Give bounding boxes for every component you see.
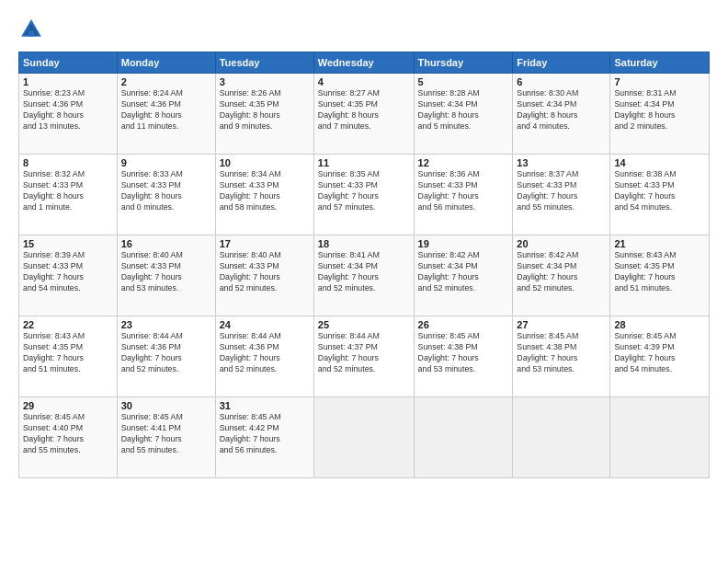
day-num: 4 <box>318 76 410 87</box>
day-info: Sunrise: 8:36 AMSunset: 4:33 PMDaylight:… <box>418 169 509 213</box>
day-info: Sunrise: 8:40 AMSunset: 4:33 PMDaylight:… <box>220 250 310 294</box>
day-num: 5 <box>418 76 509 87</box>
calendar-day-3: 3Sunrise: 8:26 AMSunset: 4:35 PMDaylight… <box>215 74 313 155</box>
calendar-week-1: 1Sunrise: 8:23 AMSunset: 4:36 PMDaylight… <box>19 74 710 155</box>
day-num: 26 <box>418 319 509 330</box>
calendar-day-26: 26Sunrise: 8:45 AMSunset: 4:38 PMDayligh… <box>414 316 513 397</box>
day-info: Sunrise: 8:45 AMSunset: 4:40 PMDaylight:… <box>23 412 113 456</box>
day-num: 17 <box>220 238 310 249</box>
calendar-day-14: 14Sunrise: 8:38 AMSunset: 4:33 PMDayligh… <box>610 155 710 236</box>
day-info: Sunrise: 8:45 AMSunset: 4:41 PMDaylight:… <box>121 412 211 456</box>
calendar-header-tuesday: Tuesday <box>215 52 313 74</box>
day-info: Sunrise: 8:45 AMSunset: 4:42 PMDaylight:… <box>220 412 310 456</box>
day-info: Sunrise: 8:34 AMSunset: 4:33 PMDaylight:… <box>220 169 310 213</box>
day-num: 1 <box>23 76 113 87</box>
day-info: Sunrise: 8:44 AMSunset: 4:37 PMDaylight:… <box>318 331 410 375</box>
calendar-day-11: 11Sunrise: 8:35 AMSunset: 4:33 PMDayligh… <box>313 155 414 236</box>
calendar-header-sunday: Sunday <box>19 52 118 74</box>
calendar-day-6: 6Sunrise: 8:30 AMSunset: 4:34 PMDaylight… <box>513 74 610 155</box>
header <box>18 17 710 42</box>
calendar-table: SundayMondayTuesdayWednesdayThursdayFrid… <box>18 52 710 478</box>
calendar-week-5: 29Sunrise: 8:45 AMSunset: 4:40 PMDayligh… <box>19 397 710 478</box>
svg-rect-2 <box>28 31 34 37</box>
day-info: Sunrise: 8:28 AMSunset: 4:34 PMDaylight:… <box>418 88 509 132</box>
calendar-day-19: 19Sunrise: 8:42 AMSunset: 4:34 PMDayligh… <box>414 236 513 316</box>
day-num: 18 <box>318 238 410 249</box>
day-info: Sunrise: 8:41 AMSunset: 4:34 PMDaylight:… <box>318 250 410 294</box>
day-info: Sunrise: 8:38 AMSunset: 4:33 PMDaylight:… <box>614 169 705 213</box>
day-info: Sunrise: 8:44 AMSunset: 4:36 PMDaylight:… <box>121 331 211 375</box>
day-num: 28 <box>614 319 705 330</box>
calendar-day-9: 9Sunrise: 8:33 AMSunset: 4:33 PMDaylight… <box>117 155 215 236</box>
day-num: 13 <box>517 157 606 168</box>
day-num: 27 <box>517 319 606 330</box>
day-num: 31 <box>220 400 310 411</box>
calendar-day-empty <box>513 397 610 478</box>
day-info: Sunrise: 8:26 AMSunset: 4:35 PMDaylight:… <box>220 88 310 132</box>
day-num: 6 <box>517 76 606 87</box>
day-num: 2 <box>121 76 211 87</box>
day-num: 10 <box>220 157 310 168</box>
day-num: 22 <box>23 319 113 330</box>
day-info: Sunrise: 8:24 AMSunset: 4:36 PMDaylight:… <box>121 88 211 132</box>
day-num: 15 <box>23 238 113 249</box>
calendar-day-15: 15Sunrise: 8:39 AMSunset: 4:33 PMDayligh… <box>19 236 118 316</box>
calendar-day-17: 17Sunrise: 8:40 AMSunset: 4:33 PMDayligh… <box>215 236 313 316</box>
calendar-day-27: 27Sunrise: 8:45 AMSunset: 4:38 PMDayligh… <box>513 316 610 397</box>
day-info: Sunrise: 8:43 AMSunset: 4:35 PMDaylight:… <box>614 250 705 294</box>
day-num: 20 <box>517 238 606 249</box>
day-num: 24 <box>220 319 310 330</box>
day-info: Sunrise: 8:37 AMSunset: 4:33 PMDaylight:… <box>517 169 606 213</box>
calendar-week-2: 8Sunrise: 8:32 AMSunset: 4:33 PMDaylight… <box>19 155 710 236</box>
calendar-day-2: 2Sunrise: 8:24 AMSunset: 4:36 PMDaylight… <box>117 74 215 155</box>
calendar-header-monday: Monday <box>117 52 215 74</box>
day-num: 19 <box>418 238 509 249</box>
calendar-day-10: 10Sunrise: 8:34 AMSunset: 4:33 PMDayligh… <box>215 155 313 236</box>
day-num: 14 <box>614 157 705 168</box>
calendar-day-29: 29Sunrise: 8:45 AMSunset: 4:40 PMDayligh… <box>19 397 118 478</box>
day-info: Sunrise: 8:32 AMSunset: 4:33 PMDaylight:… <box>23 169 113 213</box>
logo <box>18 17 48 42</box>
day-num: 16 <box>121 238 211 249</box>
calendar-day-empty <box>414 397 513 478</box>
day-info: Sunrise: 8:42 AMSunset: 4:34 PMDaylight:… <box>418 250 509 294</box>
day-info: Sunrise: 8:23 AMSunset: 4:36 PMDaylight:… <box>23 88 113 132</box>
calendar-header-wednesday: Wednesday <box>313 52 414 74</box>
calendar-day-20: 20Sunrise: 8:42 AMSunset: 4:34 PMDayligh… <box>513 236 610 316</box>
day-num: 21 <box>614 238 705 249</box>
day-info: Sunrise: 8:45 AMSunset: 4:38 PMDaylight:… <box>517 331 606 375</box>
calendar-header-saturday: Saturday <box>610 52 710 74</box>
calendar-day-21: 21Sunrise: 8:43 AMSunset: 4:35 PMDayligh… <box>610 236 710 316</box>
calendar-day-23: 23Sunrise: 8:44 AMSunset: 4:36 PMDayligh… <box>117 316 215 397</box>
day-num: 11 <box>318 157 410 168</box>
calendar-day-7: 7Sunrise: 8:31 AMSunset: 4:34 PMDaylight… <box>610 74 710 155</box>
day-num: 3 <box>220 76 310 87</box>
day-info: Sunrise: 8:30 AMSunset: 4:34 PMDaylight:… <box>517 88 606 132</box>
calendar-day-empty <box>610 397 710 478</box>
calendar-day-4: 4Sunrise: 8:27 AMSunset: 4:35 PMDaylight… <box>313 74 414 155</box>
calendar-header-thursday: Thursday <box>414 52 513 74</box>
day-num: 8 <box>23 157 113 168</box>
calendar-day-8: 8Sunrise: 8:32 AMSunset: 4:33 PMDaylight… <box>19 155 118 236</box>
day-info: Sunrise: 8:45 AMSunset: 4:39 PMDaylight:… <box>614 331 705 375</box>
calendar-day-empty <box>313 397 414 478</box>
page: SundayMondayTuesdayWednesdayThursdayFrid… <box>0 0 728 563</box>
day-num: 7 <box>614 76 705 87</box>
calendar-day-22: 22Sunrise: 8:43 AMSunset: 4:35 PMDayligh… <box>19 316 118 397</box>
day-info: Sunrise: 8:44 AMSunset: 4:36 PMDaylight:… <box>220 331 310 375</box>
day-info: Sunrise: 8:27 AMSunset: 4:35 PMDaylight:… <box>318 88 410 132</box>
calendar-day-13: 13Sunrise: 8:37 AMSunset: 4:33 PMDayligh… <box>513 155 610 236</box>
calendar-day-18: 18Sunrise: 8:41 AMSunset: 4:34 PMDayligh… <box>313 236 414 316</box>
calendar-header-friday: Friday <box>513 52 610 74</box>
calendar-day-28: 28Sunrise: 8:45 AMSunset: 4:39 PMDayligh… <box>610 316 710 397</box>
calendar-day-12: 12Sunrise: 8:36 AMSunset: 4:33 PMDayligh… <box>414 155 513 236</box>
day-num: 12 <box>418 157 509 168</box>
calendar-day-5: 5Sunrise: 8:28 AMSunset: 4:34 PMDaylight… <box>414 74 513 155</box>
calendar-header-row: SundayMondayTuesdayWednesdayThursdayFrid… <box>19 52 710 74</box>
day-info: Sunrise: 8:39 AMSunset: 4:33 PMDaylight:… <box>23 250 113 294</box>
day-info: Sunrise: 8:42 AMSunset: 4:34 PMDaylight:… <box>517 250 606 294</box>
day-info: Sunrise: 8:31 AMSunset: 4:34 PMDaylight:… <box>614 88 705 132</box>
calendar-week-3: 15Sunrise: 8:39 AMSunset: 4:33 PMDayligh… <box>19 236 710 316</box>
day-info: Sunrise: 8:45 AMSunset: 4:38 PMDaylight:… <box>418 331 509 375</box>
calendar-day-16: 16Sunrise: 8:40 AMSunset: 4:33 PMDayligh… <box>117 236 215 316</box>
